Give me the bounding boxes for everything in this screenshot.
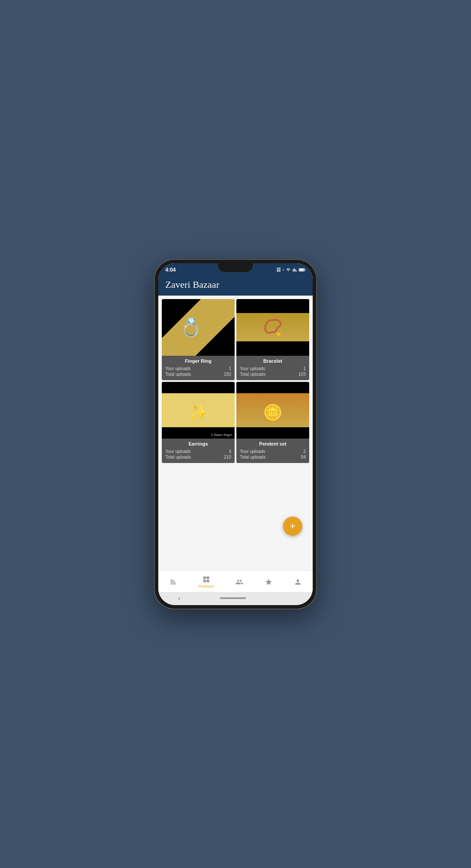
- nav-item-feed[interactable]: [166, 577, 181, 587]
- your-uploads-row: Your uploads3: [165, 449, 231, 454]
- your-uploads-value: 3: [229, 449, 231, 454]
- status-icons: 🖼 •: [276, 267, 306, 272]
- people-icon: [236, 578, 243, 586]
- phone-screen: 4:04 🖼 • Za: [158, 263, 313, 605]
- status-time: 4:04: [165, 267, 176, 273]
- product-card-bracelet[interactable]: BraceletYour uploads1Total uploads103: [236, 299, 309, 380]
- product-name: Earrings: [165, 441, 231, 446]
- nav-item-community[interactable]: [232, 577, 247, 587]
- nav-label-products: Products: [198, 584, 214, 589]
- svg-rect-2: [305, 269, 305, 270]
- total-uploads-value: 54: [301, 455, 306, 460]
- phone-frame: 4:04 🖼 • Za: [155, 260, 316, 609]
- signal-icon: [293, 268, 297, 272]
- your-uploads-label: Your uploads: [165, 366, 191, 371]
- home-bar: ‹: [158, 592, 313, 605]
- product-info-finger-ring: Finger RingYour uploads1Total uploads192: [162, 356, 235, 380]
- total-uploads-row: Total uploads192: [165, 372, 231, 377]
- nav-item-favorites[interactable]: [261, 577, 276, 587]
- total-uploads-row: Total uploads54: [240, 455, 306, 460]
- your-uploads-row: Your uploads2: [240, 449, 306, 454]
- product-info-bracelet: BraceletYour uploads1Total uploads103: [236, 356, 309, 380]
- product-image-finger-ring: [162, 299, 235, 356]
- battery-icon: [299, 268, 306, 272]
- fab-add-button[interactable]: +: [283, 517, 302, 536]
- product-name: Bracelet: [240, 358, 306, 364]
- total-uploads-label: Total uploads: [165, 455, 191, 460]
- notch: [218, 263, 253, 272]
- product-card-finger-ring[interactable]: Finger RingYour uploads1Total uploads192: [162, 299, 235, 380]
- image-note: 2.5aani 40gm: [211, 433, 232, 437]
- product-name: Finger Ring: [165, 358, 231, 364]
- app-header: Zaveri Bazaar: [158, 275, 313, 296]
- gallery-icon: 🖼: [276, 267, 281, 272]
- home-pill[interactable]: [220, 597, 246, 599]
- total-uploads-value: 210: [224, 455, 231, 460]
- star-icon: [265, 578, 273, 586]
- product-image-earrings: 2.5aani 40gm: [162, 382, 235, 439]
- your-uploads-label: Your uploads: [240, 366, 265, 371]
- product-grid: Finger RingYour uploads1Total uploads192…: [160, 297, 311, 465]
- bottom-nav: Products: [158, 571, 313, 592]
- total-uploads-row: Total uploads210: [165, 455, 231, 460]
- person-icon: [294, 578, 302, 586]
- total-uploads-label: Total uploads: [240, 455, 266, 460]
- total-uploads-label: Total uploads: [165, 372, 191, 377]
- product-card-earrings[interactable]: 2.5aani 40gmEarringsYour uploads3Total u…: [162, 382, 235, 463]
- total-uploads-row: Total uploads103: [240, 372, 306, 377]
- your-uploads-row: Your uploads1: [165, 366, 231, 371]
- product-info-earrings: EarringsYour uploads3Total uploads210: [162, 439, 235, 463]
- your-uploads-value: 1: [303, 366, 306, 371]
- product-info-pendent-set: Pendent setYour uploads2Total uploads54: [236, 439, 309, 463]
- total-uploads-value: 192: [224, 372, 231, 377]
- your-uploads-value: 2: [303, 449, 306, 454]
- svg-rect-1: [299, 269, 304, 271]
- fab-plus-icon: +: [290, 521, 296, 532]
- product-image-bracelet: [236, 299, 309, 356]
- app-title: Zaveri Bazaar: [165, 279, 306, 290]
- nav-item-products[interactable]: Products: [195, 575, 218, 589]
- your-uploads-row: Your uploads1: [240, 366, 306, 371]
- product-image-pendent-set: [236, 382, 309, 439]
- your-uploads-label: Your uploads: [240, 449, 265, 454]
- total-uploads-label: Total uploads: [240, 372, 266, 377]
- nav-item-profile[interactable]: [290, 577, 305, 587]
- back-button[interactable]: ‹: [178, 595, 181, 602]
- product-name: Pendent set: [240, 441, 306, 446]
- scroll-content[interactable]: Finger RingYour uploads1Total uploads192…: [158, 296, 313, 571]
- total-uploads-value: 103: [298, 372, 306, 377]
- feed-icon: [169, 578, 177, 586]
- product-card-pendent-set[interactable]: Pendent setYour uploads2Total uploads54: [236, 382, 309, 463]
- your-uploads-value: 1: [229, 366, 231, 371]
- wifi-icon: [286, 268, 291, 272]
- your-uploads-label: Your uploads: [165, 449, 191, 454]
- dot-icon: •: [283, 268, 284, 272]
- grid-icon: [202, 575, 210, 583]
